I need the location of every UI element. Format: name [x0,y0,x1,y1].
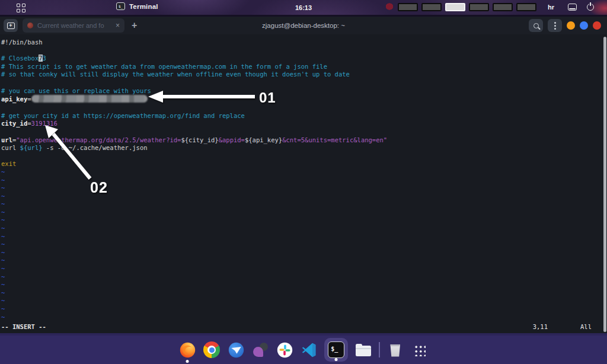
dock-files[interactable] [354,341,372,359]
code-segment: #!/bin/bash [1,39,43,46]
kebab-menu-icon [554,25,556,27]
vim-tilde: ~ [1,241,601,249]
code-segment: &appid= [219,136,245,143]
trash-icon [389,344,401,357]
close-button[interactable] [593,21,601,30]
dock: $_ [0,336,607,364]
workspace-preview-2[interactable] [421,3,442,11]
running-indicator [335,358,338,361]
vim-tilde: ~ [1,168,601,177]
tab-title: Current weather and fo [37,22,111,29]
dock-terminal-active[interactable]: $_ [324,338,348,362]
terminal-line: # you can use this or replace with yours [1,87,601,95]
vim-tilde: ~ [1,265,601,273]
new-window-icon: + [7,23,15,29]
vim-tilde: ~ [1,200,601,209]
terminal-line: # so that conky will still display the w… [1,71,601,79]
menu-button[interactable] [548,19,562,32]
dock-trash[interactable] [386,341,404,359]
dock-thunderbird[interactable] [227,341,245,359]
dock-messenger[interactable] [251,341,269,359]
terminal-scrollbar[interactable] [603,37,606,332]
desktop-screen: $_ Terminal 16:13 hr + Current weather a… [0,0,607,364]
terminal-line [1,104,601,112]
code-segment: curl [1,144,20,151]
dock-firefox[interactable] [178,341,196,359]
code-segment: api_key [1,95,27,103]
vim-tilde: ~ [1,225,601,233]
dock-vscode[interactable] [300,341,318,359]
vim-tilde: ~ [1,184,601,193]
vim-tilde: ~ [1,193,601,201]
code-segment: 3191316 [31,120,57,127]
vim-statusline: -- INSERT -- 3,11 All [0,323,607,333]
terminal-line: # This script is to get weather data fro… [1,63,601,71]
code-segment: # so that conky will still display the w… [1,71,350,78]
workspace-previews [398,3,536,11]
vim-tilde: ~ [1,249,601,257]
terminal-line [1,47,601,55]
vim-tilde: ~ [1,314,601,322]
terminal-line: # Closebox73 [1,55,601,63]
vim-tilde: ~ [1,297,601,305]
code-segment: ${url} [20,144,43,151]
minimize-button[interactable] [567,21,575,30]
workspace-preview-1[interactable] [398,3,418,11]
search-icon [533,23,539,28]
dock-app-grid[interactable] [411,341,429,359]
tab-close-icon[interactable]: × [116,22,120,29]
code-segment: url [1,136,12,143]
workspace-preview-6[interactable] [516,3,536,11]
dock-chrome[interactable] [203,341,221,359]
code-segment: -s -o ~/.cache/weather.json [43,144,148,151]
tab-activity-icon [27,23,33,28]
terminal-viewport[interactable]: #!/bin/bash # Closebox73# This script is… [0,34,607,333]
code-segment: city_id [1,120,27,127]
vim-tilde: ~ [1,177,601,185]
keyboard-layout-indicator[interactable]: hr [548,4,554,11]
vim-tilde: ~ [1,281,601,289]
terminal-line [1,79,601,87]
workspace-preview-5[interactable] [493,3,513,11]
new-window-button[interactable]: + [4,19,18,32]
maximize-button[interactable] [580,21,588,30]
code-segment: # Closebox [1,55,39,62]
code-segment: # This script is to get weather data fro… [1,63,327,70]
redacted-api-key [31,95,148,103]
code-segment: ${city_id} [181,136,218,143]
messenger-icon [252,341,269,358]
vim-tilde: ~ [1,289,601,298]
workspace-preview-3[interactable] [445,3,465,11]
vim-tilde: ~ [1,257,601,265]
code-segment: # get your city id at https://openweathe… [1,112,245,119]
vim-tilde: ~ [1,273,601,282]
titlebar-actions [529,19,601,32]
top-panel: $_ Terminal 16:13 hr [0,0,607,17]
code-segment: 3 [43,55,46,62]
terminal-line: api_key= [1,95,601,104]
terminal-line: exit [1,160,601,168]
vim-tilde: ~ [1,216,601,225]
thunderbird-icon [228,341,245,359]
dock-slack[interactable] [276,341,293,359]
terminal-line: city_id=3191316 [1,120,601,128]
terminal-tab[interactable]: Current weather and fo × [23,18,124,33]
code-segment: # you can use this or replace with yours [1,87,151,94]
workspace-preview-4[interactable] [469,3,489,11]
vim-tilde: ~ [1,233,601,241]
search-button[interactable] [529,19,543,32]
vim-mode: -- INSERT -- [1,323,46,331]
slack-icon [276,341,293,359]
terminal-line: url="api.openweathermap.org/data/2.5/wea… [1,136,601,145]
terminal-line: # get your city id at https://openweathe… [1,112,601,120]
code-segment: ${api_key} [245,136,282,143]
power-icon[interactable] [587,4,594,11]
terminal-line: #!/bin/bash [1,39,601,47]
terminal-buffer[interactable]: #!/bin/bash # Closebox73# This script is… [0,34,607,321]
code-segment: "api.openweathermap.org/data/2.5/weather… [16,136,181,143]
dock-separator [379,342,380,357]
app-grid-dots-icon [413,344,426,356]
display-icon[interactable] [568,4,577,11]
new-tab-button[interactable]: + [132,20,137,31]
terminal-tab-bar: + Current weather and fo × + zjagust@deb… [0,17,607,34]
